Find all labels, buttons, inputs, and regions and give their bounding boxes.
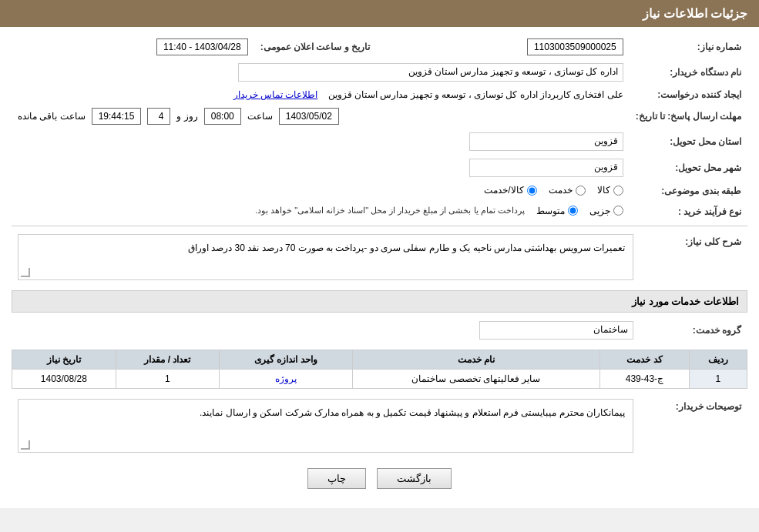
buyer-notes-label: توصیحات خریدار:	[640, 395, 747, 457]
category-kala-label: کالا	[597, 185, 610, 196]
response-date: 1403/05/02	[279, 108, 339, 125]
creator-contact-link[interactable]: اطلاعات تماس خریدار	[233, 89, 318, 100]
purchase-jozi-label: جزیی	[589, 206, 610, 216]
delivery-province-value: قزوین	[469, 132, 623, 151]
creator-label: ایجاد کننده درخواست:	[630, 85, 747, 104]
purchase-jozi-option[interactable]: جزیی	[589, 206, 623, 216]
buyer-notes-text: پیمانکاران محترم میبایستی فرم استعلام و …	[18, 399, 633, 453]
table-cell-row: 1	[689, 370, 747, 389]
buyer-name-value: اداره کل توسازی ، توسعه و تجهیز مدارس اس…	[238, 63, 623, 82]
back-button[interactable]: بازگشت	[377, 468, 452, 489]
category-kala-khadamat-label: کالا/خدمت	[484, 185, 523, 196]
table-row: 1ج-43-439سایر فعالیتهای تخصصی ساختمانپرو…	[12, 370, 747, 389]
category-kala-radio[interactable]	[613, 186, 623, 196]
table-header-date: تاریخ نیاز	[12, 350, 116, 370]
table-header-unit: واحد اندازه گیری	[220, 350, 352, 370]
table-cell-code: ج-43-439	[599, 370, 689, 389]
print-button[interactable]: چاپ	[307, 468, 366, 489]
table-header-count: تعداد / مقدار	[116, 350, 220, 370]
table-cell-unit: پروژه	[220, 370, 352, 389]
purchase-type-label: نوع فرآیند خرید :	[630, 202, 747, 223]
table-cell-name: سایر فعالیتهای تخصصی ساختمان	[352, 370, 599, 389]
table-cell-date: 1403/08/28	[12, 370, 116, 389]
services-section-title: اطلاعات خدمات مورد نیاز	[12, 290, 747, 313]
response-time: 08:00	[204, 108, 241, 125]
table-header-name: نام خدمت	[352, 350, 599, 370]
publish-date-value: 1403/04/28 - 11:40	[156, 38, 248, 55]
response-deadline-label: مهلت ارسال پاسخ: تا تاریخ:	[630, 104, 747, 129]
publish-date-label: تاریخ و ساعت اعلان عمومی:	[254, 35, 376, 59]
purchase-note: پرداخت تمام یا بخشی از مبلغ خریدار از مح…	[255, 206, 525, 216]
category-label: طبقه بندی موضوعی:	[630, 181, 747, 202]
page-header: جزئیات اطلاعات نیاز	[0, 0, 759, 27]
category-kala-khadamat-option[interactable]: کالا/خدمت	[484, 185, 536, 196]
need-number-value: 1103003509000025	[527, 38, 623, 55]
description-text: تعمیرات سرویس بهداشتی مدارس ناحیه یک و ط…	[18, 234, 633, 280]
days-label: روز و	[176, 111, 197, 122]
delivery-city-value: قزوین	[469, 159, 623, 177]
creator-value: علی افتخاری کاربرداز اداره کل توسازی ، ت…	[328, 89, 623, 100]
table-header-code: کد خدمت	[599, 350, 689, 370]
category-kala-khadamat-radio[interactable]	[527, 186, 537, 196]
page-title: جزئیات اطلاعات نیاز	[643, 7, 747, 20]
delivery-province-label: استان محل تحویل:	[630, 129, 747, 155]
service-group-label: گروه خدمت:	[640, 317, 747, 343]
delivery-city-label: شهر محل تحویل:	[630, 155, 747, 181]
need-number-label: شماره نیاز:	[630, 35, 747, 59]
description-label: شرح کلی نیاز:	[640, 230, 747, 284]
category-khadamat-radio[interactable]	[576, 186, 586, 196]
category-kala-option[interactable]: کالا	[597, 185, 623, 196]
button-row: بازگشت چاپ	[12, 468, 747, 489]
category-khadamat-label: خدمت	[549, 185, 573, 196]
remaining-label: ساعت باقی مانده	[18, 111, 86, 122]
table-header-row: ردیف	[689, 350, 747, 370]
category-khadamat-option[interactable]: خدمت	[549, 185, 586, 196]
table-cell-count: 1	[116, 370, 220, 389]
purchase-jozi-radio[interactable]	[613, 206, 623, 216]
response-time-label: ساعت	[247, 111, 273, 122]
days-value: 4	[147, 108, 170, 125]
remaining-time: 19:44:15	[92, 108, 142, 125]
purchase-motavasser-radio[interactable]	[568, 206, 578, 216]
service-group-value: ساختمان	[479, 321, 633, 340]
buyer-name-label: نام دستگاه خریدار:	[630, 59, 747, 85]
purchase-motavasser-label: متوسط	[536, 206, 565, 216]
purchase-motavasser-option[interactable]: متوسط	[536, 206, 578, 216]
